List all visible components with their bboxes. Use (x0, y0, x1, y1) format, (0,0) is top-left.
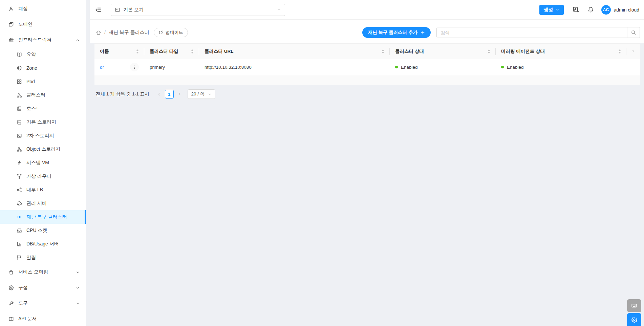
menu-fold-icon[interactable] (95, 7, 101, 13)
sidebar-item-summary[interactable]: 요약 (0, 48, 86, 61)
column-header-cluster-type[interactable]: 클러스터 타입 (144, 44, 199, 59)
column-label: 클러스터 상태 (395, 48, 424, 55)
sidebar-item-label: 호스트 (26, 106, 41, 112)
share-alt-icon (17, 187, 22, 193)
user-icon (8, 6, 14, 12)
sidebar-item-management-servers[interactable]: 관리 서버 (0, 197, 86, 210)
sidebar-item-object-storage[interactable]: Object 스토리지 (0, 143, 86, 156)
sidebar-item-internal-lb[interactable]: 내부 LB (0, 183, 86, 197)
page-header: / 재난 복구 클러스터 업데이트 재난 복구 클러스터 추가 (90, 20, 644, 43)
cell-name: dr (94, 59, 144, 75)
pagination-next-icon[interactable] (175, 90, 184, 99)
sidebar-item-zones[interactable]: Zone (0, 61, 86, 75)
status-dot-green (501, 66, 504, 68)
sidebar-item-accounts[interactable]: 계정 (0, 1, 86, 17)
sidebar-item-alerts[interactable]: 알림 (0, 251, 86, 264)
column-header-name[interactable]: 이름 (94, 44, 144, 59)
filter-funnel-icon (632, 49, 635, 54)
sidebar-item-cpu-sockets[interactable]: CPU 소켓 (0, 224, 86, 237)
sidebar-item-db-usage-server[interactable]: DB/Usage 서버 (0, 237, 86, 251)
refresh-button-label: 업데이트 (166, 29, 183, 36)
status-dot-green (395, 66, 398, 68)
status-badge: Enabled (401, 65, 418, 70)
sidebar-item-label: 클러스터 (26, 92, 45, 98)
sidebar-item-hosts[interactable]: 호스트 (0, 102, 86, 115)
home-icon[interactable] (96, 30, 101, 35)
sort-carets-icon[interactable] (378, 49, 384, 53)
table-header-row: 이름 클러스터 타입 클러스터 URL 클러스터 상태 미러링 에이전트 상태 (94, 43, 640, 59)
cloud-server-icon (17, 201, 22, 206)
sidebar-item-infrastructure[interactable]: 인프라스트럭쳐 (0, 32, 86, 48)
sidebar-item-label: 계정 (18, 6, 28, 12)
search-icon[interactable] (627, 27, 640, 38)
breadcrumb-separator: / (104, 30, 106, 35)
chevron-down-icon (76, 286, 80, 290)
sidebar-item-label: 재난 복구 클러스터 (26, 214, 67, 220)
sidebar-item-system-vms[interactable]: 시스템 VM (0, 156, 86, 170)
sidebar-item-label: 도구 (18, 300, 28, 306)
wrench-icon (8, 301, 14, 306)
dr-cluster-table: 이름 클러스터 타입 클러스터 URL 클러스터 상태 미러링 에이전트 상태 (94, 43, 640, 85)
database-icon (17, 106, 22, 111)
sidebar-item-primary-storage[interactable]: 기본 스토리지 (0, 115, 86, 129)
cell-filter-spacer (626, 59, 640, 75)
pagination-prev-icon[interactable] (155, 90, 163, 99)
status-badge: Enabled (507, 65, 524, 70)
sidebar-item-virtual-routers[interactable]: 가상 라우터 (0, 170, 86, 183)
gear-icon (631, 317, 638, 323)
bar-chart-icon (17, 241, 22, 247)
keyboard-icon (631, 303, 637, 309)
cluster-name-link[interactable]: dr (100, 65, 104, 70)
user-avatar[interactable]: AC (601, 5, 611, 15)
sidebar-item-api-docs[interactable]: API 문서 (0, 311, 86, 326)
keyboard-shortcuts-button[interactable] (627, 299, 641, 312)
picture-icon (17, 133, 22, 138)
notifications-bell-icon[interactable] (587, 6, 594, 13)
flag-icon (17, 255, 22, 260)
project-icon (115, 7, 120, 13)
add-dr-cluster-label: 재난 복구 클러스터 추가 (368, 29, 417, 36)
sidebar-item-service-offerings[interactable]: 서비스 오퍼링 (0, 264, 86, 280)
sidebar-item-domains[interactable]: 도메인 (0, 17, 86, 32)
fork-icon (17, 174, 22, 179)
sidebar-item-clusters[interactable]: 클러스터 (0, 88, 86, 102)
sidebar-item-label: 시스템 VM (26, 160, 49, 166)
sidebar-item-tools[interactable]: 도구 (0, 296, 86, 311)
column-filter-button[interactable] (626, 44, 640, 59)
sidebar-item-dr-cluster[interactable]: 재난 복구 클러스터 (0, 210, 86, 224)
pagination-page-1[interactable]: 1 (165, 90, 174, 99)
project-view-select[interactable]: 기본 보기 (111, 4, 285, 16)
sidebar-item-secondary-storage[interactable]: 2차 스토리지 (0, 129, 86, 143)
add-dr-cluster-button[interactable]: 재난 복구 클러스터 추가 (362, 27, 431, 38)
sidebar-item-pods[interactable]: Pod (0, 75, 86, 88)
sidebar-item-label: DB/Usage 서버 (26, 241, 59, 247)
sidebar-item-label: 인프라스트럭쳐 (18, 37, 51, 43)
sort-carets-icon[interactable] (133, 49, 139, 53)
inbox-icon (17, 228, 22, 233)
read-icon (8, 316, 14, 322)
settings-button[interactable] (627, 313, 641, 326)
create-button[interactable]: 생성 (539, 5, 564, 15)
sort-carets-icon[interactable] (484, 49, 490, 53)
user-name[interactable]: admin cloud (614, 7, 640, 13)
language-add-icon[interactable] (573, 6, 579, 13)
chevron-down-icon (76, 302, 80, 305)
sort-carets-icon[interactable] (188, 49, 194, 53)
bank-icon (8, 37, 14, 43)
search-input[interactable] (437, 27, 627, 38)
row-actions-menu-icon[interactable] (130, 63, 139, 71)
hdd-icon (17, 119, 22, 125)
sort-carets-icon[interactable] (615, 49, 621, 53)
column-header-cluster-status[interactable]: 클러스터 상태 (390, 44, 496, 59)
page-size-select[interactable]: 20 / 쪽 (188, 89, 216, 99)
refresh-button[interactable]: 업데이트 (154, 28, 188, 37)
column-header-cluster-url[interactable]: 클러스터 URL (199, 44, 390, 59)
appstore-icon (17, 79, 22, 84)
sidebar-item-configuration[interactable]: 구성 (0, 280, 86, 296)
top-bar: 기본 보기 생성 (90, 0, 644, 20)
sidebar-item-label: Zone (26, 65, 37, 71)
sidebar-item-label: 관리 서버 (26, 200, 47, 207)
column-header-mirroring-agent-status[interactable]: 미러링 에이전트 상태 (496, 44, 626, 59)
cell-cluster-status: Enabled (390, 59, 496, 75)
create-button-label: 생성 (544, 7, 553, 13)
